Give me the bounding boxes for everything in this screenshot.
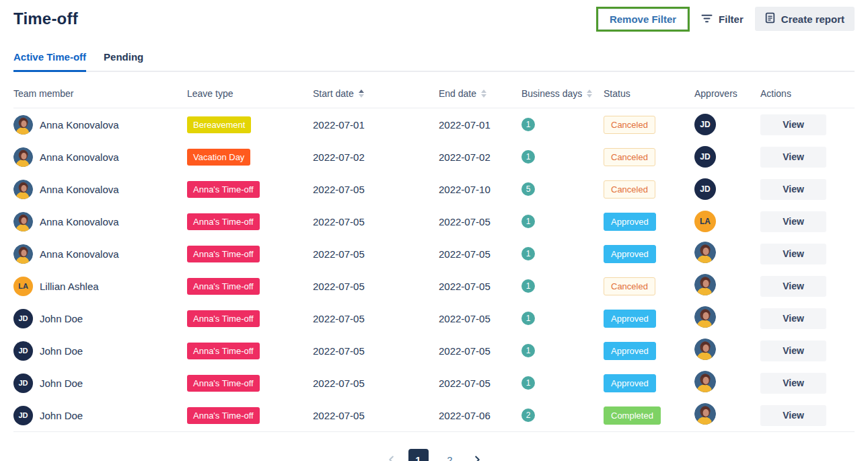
start-date: 2022-07-05 — [313, 410, 439, 421]
start-date: 2022-07-05 — [313, 313, 439, 324]
status-badge: Canceled — [604, 277, 655, 295]
pagination-prev-icon[interactable] — [386, 454, 397, 461]
view-button[interactable]: View — [760, 341, 826, 361]
avatar-photo — [694, 274, 716, 295]
table-row: JD John Doe Anna's Time-off 2022-07-05 2… — [13, 367, 855, 399]
team-member-cell: JD John Doe — [13, 309, 187, 328]
member-avatar: JD — [13, 406, 33, 425]
status-badge: Canceled — [604, 180, 655, 199]
avatar-photo — [13, 212, 33, 232]
filter-button[interactable]: Filter — [701, 13, 744, 25]
leave-type-badge: Anna's Time-off — [187, 375, 260, 392]
business-days-badge: 1 — [521, 279, 535, 293]
business-days-badge: 2 — [521, 409, 535, 422]
leave-type-badge: Anna's Time-off — [187, 343, 260, 359]
time-off-page: Time-off Remove Filter Filter Create rep… — [0, 0, 868, 461]
team-member-cell: Anna Konovalova — [13, 212, 187, 232]
table-row: JD John Doe Anna's Time-off 2022-07-05 2… — [13, 334, 855, 367]
remove-filter-button[interactable]: Remove Filter — [598, 9, 688, 30]
avatar-photo — [694, 306, 716, 328]
status-badge: Completed — [604, 406, 661, 425]
sort-ascending-icon — [359, 90, 364, 98]
filter-button-label: Filter — [719, 13, 744, 25]
business-days-badge: 1 — [521, 247, 535, 260]
approver-avatar: JD — [694, 178, 716, 200]
view-button[interactable]: View — [760, 179, 826, 200]
business-days-badge: 1 — [521, 150, 535, 164]
topbar-actions: Remove Filter Filter Create report — [596, 7, 855, 32]
approver-avatar — [694, 306, 716, 328]
start-date: 2022-07-05 — [313, 378, 439, 389]
create-report-button[interactable]: Create report — [755, 7, 855, 31]
member-avatar: JD — [13, 309, 33, 328]
status-badge: Approved — [604, 245, 656, 263]
leave-type-badge: Anna's Time-off — [187, 407, 260, 424]
avatar-photo — [13, 244, 33, 264]
view-button[interactable]: View — [760, 308, 826, 329]
column-header-label: Leave type — [187, 88, 233, 99]
page-title: Time-off — [13, 9, 78, 28]
view-button[interactable]: View — [760, 114, 826, 135]
column-header-business-days[interactable]: Business days — [521, 88, 604, 99]
table-row: Anna Konovalova Anna's Time-off 2022-07-… — [13, 238, 855, 270]
member-name: John Doe — [40, 410, 83, 421]
avatar-photo — [13, 147, 33, 167]
pagination-next-icon[interactable] — [472, 454, 482, 461]
leave-type-badge: Vacation Day — [187, 149, 250, 166]
member-name: John Doe — [40, 313, 83, 324]
view-button[interactable]: View — [760, 211, 826, 232]
column-header-label: Status — [604, 88, 630, 99]
start-date: 2022-07-05 — [313, 184, 439, 195]
table-row: Anna Konovalova Anna's Time-off 2022-07-… — [13, 205, 855, 238]
business-days-badge: 1 — [521, 376, 535, 390]
member-avatar: LA — [13, 277, 33, 296]
column-header-end-date[interactable]: End date — [439, 88, 521, 99]
business-days-badge: 1 — [521, 312, 535, 325]
avatar-photo — [13, 180, 33, 199]
member-avatar — [13, 147, 33, 167]
column-header-actions: Actions — [760, 88, 855, 99]
team-member-cell: JD John Doe — [13, 374, 187, 393]
view-button[interactable]: View — [760, 147, 826, 168]
column-header-label: End date — [439, 88, 476, 99]
avatar-photo — [694, 339, 716, 360]
view-button[interactable]: View — [760, 244, 826, 264]
table-row: Anna Konovalova Vacation Day 2022-07-02 … — [13, 141, 855, 173]
team-member-cell: Anna Konovalova — [13, 115, 187, 135]
status-badge: Canceled — [604, 116, 655, 134]
leave-type-badge: Anna's Time-off — [187, 181, 260, 198]
column-header-leave-type: Leave type — [187, 88, 313, 99]
business-days-badge: 1 — [521, 215, 535, 228]
team-member-cell: JD John Doe — [13, 406, 187, 425]
business-days-badge: 5 — [521, 182, 535, 196]
document-icon — [765, 12, 775, 26]
member-avatar — [13, 115, 33, 135]
column-header-label: Start date — [313, 88, 354, 99]
column-header-label: Actions — [760, 88, 791, 99]
approver-avatar — [694, 339, 716, 360]
tab-pending[interactable]: Pending — [104, 48, 143, 72]
tabs: Active Time-off Pending — [13, 48, 855, 72]
member-name: John Doe — [40, 345, 83, 357]
end-date: 2022-07-05 — [439, 216, 521, 227]
start-date: 2022-07-05 — [313, 345, 439, 357]
pagination-page-1[interactable]: 1 — [408, 449, 429, 461]
end-date: 2022-07-05 — [439, 248, 521, 260]
member-avatar: JD — [13, 341, 33, 361]
end-date: 2022-07-01 — [439, 119, 521, 131]
view-button[interactable]: View — [760, 276, 826, 297]
sort-icon — [481, 90, 486, 98]
avatar-photo — [694, 371, 716, 392]
team-member-cell: Anna Konovalova — [13, 147, 187, 167]
view-button[interactable]: View — [760, 373, 826, 394]
member-name: Anna Konovalova — [40, 184, 119, 195]
column-header-team-member: Team member — [13, 88, 187, 99]
column-header-label: Business days — [521, 88, 582, 99]
status-badge: Canceled — [604, 148, 655, 166]
pagination-page-2[interactable]: 2 — [440, 449, 460, 461]
view-button[interactable]: View — [760, 405, 826, 426]
tab-active-time-off[interactable]: Active Time-off — [13, 48, 86, 72]
column-header-start-date[interactable]: Start date — [313, 88, 439, 99]
approver-avatar — [694, 274, 716, 295]
team-member-cell: Anna Konovalova — [13, 244, 187, 264]
